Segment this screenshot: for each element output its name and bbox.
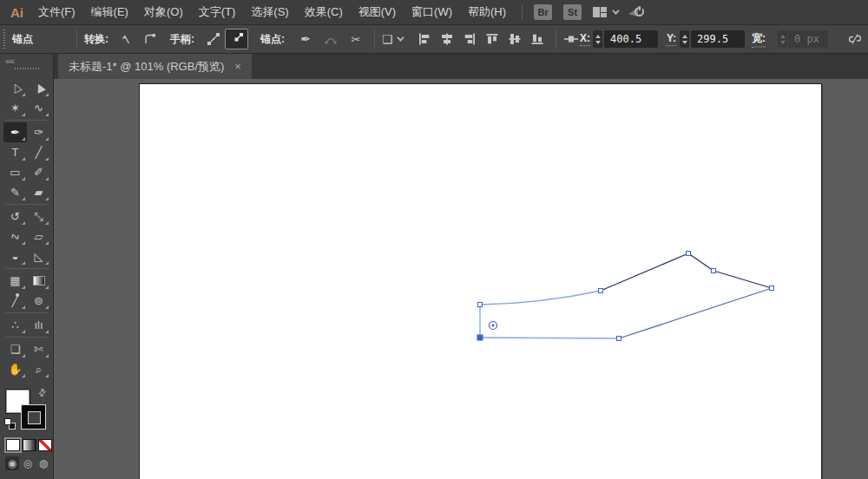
gradient-tool[interactable] bbox=[27, 271, 50, 291]
pen-tool[interactable]: ✒ bbox=[3, 122, 27, 142]
path-segment[interactable] bbox=[480, 291, 601, 305]
swap-fill-stroke-icon[interactable]: ⇄ bbox=[36, 386, 49, 400]
blend-tool[interactable]: ⊚ bbox=[27, 291, 50, 311]
anchors-label: 锚点: bbox=[260, 32, 285, 47]
stroke-swatch[interactable] bbox=[21, 404, 46, 430]
menu-effect[interactable]: 效果(C) bbox=[303, 3, 345, 22]
symbol-sprayer-tool-icon: ∴ bbox=[11, 318, 18, 331]
menu-edit[interactable]: 编辑(E) bbox=[89, 3, 130, 22]
anchor-point[interactable] bbox=[617, 337, 621, 341]
convert-to-smooth-button[interactable] bbox=[141, 30, 160, 49]
align-left-button[interactable] bbox=[415, 30, 434, 49]
path-segment[interactable] bbox=[713, 271, 772, 288]
eraser-tool[interactable]: ▰ bbox=[27, 182, 50, 202]
constrain-proportions-icon[interactable] bbox=[845, 30, 865, 49]
perspective-grid-tool[interactable]: ◺ bbox=[27, 246, 50, 266]
menu-object[interactable]: 对象(O) bbox=[142, 3, 185, 22]
width-tool[interactable]: ∿ bbox=[3, 226, 27, 246]
divider bbox=[76, 30, 77, 49]
align-button-group bbox=[415, 30, 547, 49]
align-horizontal-center-button[interactable] bbox=[437, 30, 457, 49]
hide-handles-button[interactable] bbox=[225, 29, 248, 49]
width-label[interactable]: 宽: bbox=[752, 31, 766, 48]
y-input[interactable]: 299.5 px bbox=[691, 30, 745, 48]
paintbrush-tool[interactable]: ✐ bbox=[27, 162, 50, 182]
selection-tool[interactable]: ▷ bbox=[3, 78, 27, 98]
x-stepper[interactable] bbox=[593, 30, 602, 48]
app-logo[interactable]: Ai bbox=[10, 5, 33, 20]
path-segment[interactable] bbox=[688, 253, 713, 271]
rotate-tool[interactable]: ↺ bbox=[3, 207, 27, 226]
anchor-point-selected[interactable] bbox=[477, 335, 483, 340]
x-label[interactable]: X: bbox=[580, 32, 590, 46]
path-segment[interactable] bbox=[619, 288, 772, 338]
workspace-switcher[interactable] bbox=[593, 7, 617, 18]
gradient-button[interactable] bbox=[23, 439, 36, 451]
anchor-point[interactable] bbox=[599, 289, 603, 293]
menu-window[interactable]: 窗口(W) bbox=[410, 3, 454, 22]
reference-point-icon[interactable] bbox=[562, 30, 581, 49]
anchor-point[interactable] bbox=[712, 269, 716, 273]
y-label[interactable]: Y: bbox=[667, 32, 676, 46]
convert-to-corner-button[interactable] bbox=[117, 30, 136, 49]
eyedropper-tool[interactable]: ╱ bbox=[3, 291, 27, 311]
line-segment-tool[interactable]: ╱ bbox=[27, 142, 50, 162]
curvature-tool-icon: ✑ bbox=[34, 126, 43, 139]
menu-type[interactable]: 文字(T) bbox=[197, 3, 238, 22]
menu-select[interactable]: 选择(S) bbox=[249, 3, 290, 22]
column-graph-tool[interactable]: ılı bbox=[27, 315, 50, 335]
default-fill-stroke-icon[interactable] bbox=[4, 418, 16, 430]
scale-tool[interactable]: ⤡ bbox=[27, 207, 50, 226]
hand-tool[interactable]: ✋ bbox=[3, 359, 27, 379]
tool-panel-grip[interactable] bbox=[15, 68, 39, 69]
color-button[interactable] bbox=[6, 439, 20, 451]
mesh-tool[interactable]: ▦ bbox=[3, 271, 27, 291]
control-bar-grip[interactable] bbox=[3, 30, 6, 49]
path-segment[interactable] bbox=[480, 338, 619, 338]
artboard-tool[interactable]: ❏ bbox=[3, 339, 27, 359]
x-input[interactable]: 400.5 px bbox=[604, 30, 658, 48]
cut-path-button[interactable]: ✂ bbox=[346, 30, 365, 49]
magic-wand-tool[interactable]: ✶ bbox=[3, 98, 27, 118]
menu-file[interactable]: 文件(F) bbox=[36, 3, 77, 22]
shape-builder-tool[interactable]: ◒ bbox=[3, 246, 27, 266]
pen-path[interactable] bbox=[54, 79, 868, 479]
collapse-panel-icon[interactable]: «« bbox=[5, 56, 14, 66]
symbol-sprayer-tool[interactable]: ∴ bbox=[3, 315, 27, 335]
draw-inside-button[interactable]: ◍ bbox=[36, 456, 50, 470]
zoom-tool[interactable]: ⌕ bbox=[27, 359, 50, 379]
tab-close-icon[interactable]: × bbox=[234, 60, 241, 73]
type-tool[interactable]: T bbox=[3, 142, 27, 162]
pencil-tool[interactable]: ✎ bbox=[3, 182, 27, 202]
lasso-tool[interactable]: ∿ bbox=[27, 98, 50, 118]
stock-button[interactable]: St bbox=[563, 4, 582, 20]
free-transform-tool[interactable]: ▱ bbox=[27, 226, 50, 246]
none-button[interactable] bbox=[38, 439, 52, 451]
slice-tool-icon: ✄ bbox=[34, 343, 43, 356]
document-tab[interactable]: 未标题-1* @ 101% (RGB/预览) × bbox=[58, 54, 252, 79]
anchor-point[interactable] bbox=[770, 286, 774, 291]
draw-behind-button[interactable]: ◎ bbox=[21, 456, 35, 470]
bridge-button[interactable]: Br bbox=[534, 4, 552, 20]
align-to-dropdown[interactable]: ❏ bbox=[382, 32, 402, 46]
menu-view[interactable]: 视图(V) bbox=[357, 3, 398, 22]
path-segment[interactable] bbox=[601, 253, 688, 291]
curvature-tool[interactable]: ✑ bbox=[27, 122, 50, 142]
align-bottom-button[interactable] bbox=[528, 30, 547, 49]
anchor-point[interactable] bbox=[687, 252, 691, 256]
align-right-button[interactable] bbox=[460, 30, 479, 49]
anchor-point[interactable] bbox=[478, 303, 483, 307]
gpu-performance-icon[interactable] bbox=[628, 5, 644, 19]
canvas-area[interactable] bbox=[54, 79, 868, 479]
direct-selection-tool[interactable]: ▶ bbox=[27, 78, 50, 98]
y-stepper[interactable] bbox=[680, 30, 689, 48]
draw-normal-button[interactable]: ◉ bbox=[5, 456, 19, 470]
menu-help[interactable]: 帮助(H) bbox=[466, 3, 508, 22]
remove-anchor-button[interactable]: ✒ bbox=[296, 30, 315, 49]
connect-endpoints-button[interactable] bbox=[321, 30, 340, 49]
rectangle-tool[interactable]: ▭ bbox=[3, 162, 27, 182]
align-top-button[interactable] bbox=[483, 30, 502, 49]
slice-tool[interactable]: ✄ bbox=[27, 339, 50, 359]
align-vertical-center-button[interactable] bbox=[505, 30, 524, 49]
show-handles-button[interactable] bbox=[201, 29, 225, 49]
